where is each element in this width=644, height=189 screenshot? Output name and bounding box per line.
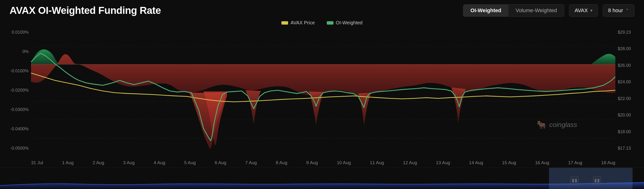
x-label-13: 13 Aug — [436, 160, 450, 166]
main-chart-area: 0.0100% 0% -0.0100% -0.0200% -0.0300% -0… — [0, 28, 644, 158]
y-label-2: -0.0100% — [2, 68, 29, 74]
y-label-5: -0.0400% — [2, 126, 29, 132]
x-label-6: 6 Aug — [214, 160, 226, 166]
timeframe-dropdown-arrow: ⌃ — [626, 8, 629, 13]
x-label-12: 12 Aug — [403, 160, 417, 166]
chart-container: AVAX OI-Weighted Funding Rate OI-Weighte… — [0, 0, 644, 189]
x-label-16: 16 Aug — [535, 160, 549, 166]
pause-button-left[interactable] — [570, 176, 578, 185]
scroll-indicator — [570, 176, 601, 185]
y-label-3: -0.0200% — [2, 88, 29, 93]
legend-color-price — [282, 21, 288, 24]
tab-volume-weighted[interactable]: Volume-Weighted — [508, 4, 564, 16]
chart-title: AVAX OI-Weighted Funding Rate — [10, 5, 161, 16]
price-label-4: $22.00 — [618, 96, 642, 101]
legend-label-price: AVAX Price — [290, 20, 315, 26]
legend-color-oi — [327, 21, 334, 24]
x-label-9: 9 Aug — [306, 160, 318, 166]
x-label-17: 17 Aug — [568, 160, 582, 166]
pause-bar-2 — [575, 179, 577, 182]
y-label-0: 0.0100% — [2, 30, 29, 35]
x-label-0: 31 Jul — [31, 160, 43, 166]
header-controls: OI-Weighted Volume-Weighted AVAX ▾ 8 hou… — [463, 4, 634, 17]
x-label-11: 11 Aug — [370, 160, 384, 166]
y-label-1: 0% — [2, 49, 29, 54]
x-label-2: 2 Aug — [92, 160, 104, 166]
coinglass-icon: 🐂 — [537, 120, 546, 129]
pause-button-right[interactable] — [593, 176, 601, 185]
y-label-4: -0.0300% — [2, 107, 29, 112]
header: AVAX OI-Weighted Funding Rate OI-Weighte… — [0, 0, 644, 19]
x-label-15: 15 Aug — [502, 160, 516, 166]
pause-bar-4 — [598, 179, 599, 182]
chart-svg-wrapper: 🐂 coinglass — [31, 28, 615, 158]
price-label-5: $20.00 — [618, 113, 642, 118]
asset-dropdown[interactable]: AVAX ▾ — [569, 4, 598, 17]
x-label-18: 18 Aug — [601, 160, 615, 166]
x-label-4: 4 Aug — [154, 160, 166, 166]
pause-bar-3 — [594, 179, 596, 182]
price-label-6: $18.00 — [618, 129, 642, 134]
x-label-10: 10 Aug — [337, 160, 351, 166]
price-label-7: $17.13 — [618, 146, 642, 151]
tab-group: OI-Weighted Volume-Weighted — [463, 4, 564, 17]
x-label-14: 14 Aug — [469, 160, 483, 166]
x-labels: 31 Jul 1 Aug 2 Aug 3 Aug 4 Aug 5 Aug 6 A… — [31, 160, 644, 166]
coinglass-logo-text: coinglass — [549, 121, 577, 128]
mini-chart-area[interactable] — [0, 168, 644, 189]
y-axis-left: 0.0100% 0% -0.0100% -0.0200% -0.0300% -0… — [0, 28, 31, 158]
y-label-6: -0.0500% — [2, 146, 29, 151]
legend-item-price: AVAX Price — [282, 20, 315, 26]
x-label-5: 5 Aug — [184, 160, 196, 166]
x-label-3: 3 Aug — [123, 160, 135, 166]
pause-bar-1 — [572, 179, 574, 182]
price-label-2: $26.00 — [618, 63, 642, 68]
coinglass-branding: 🐂 coinglass — [537, 120, 577, 129]
x-label-1: 1 Aug — [62, 160, 74, 166]
price-label-0: $29.23 — [618, 30, 642, 35]
main-chart-svg — [31, 28, 615, 158]
x-label-8: 8 Aug — [276, 160, 288, 166]
y-axis-right: $29.23 $28.00 $26.00 $24.00 $22.00 $20.0… — [615, 28, 644, 158]
mini-svg-wrapper — [0, 168, 644, 189]
price-label-3: $24.00 — [618, 80, 642, 84]
x-axis: 31 Jul 1 Aug 2 Aug 3 Aug 4 Aug 5 Aug 6 A… — [0, 158, 644, 168]
price-label-1: $28.00 — [618, 46, 642, 51]
legend-label-oi: OI-Weighted — [336, 20, 362, 26]
asset-dropdown-arrow: ▾ — [590, 8, 592, 13]
timeframe-dropdown[interactable]: 8 hour ⌃ — [603, 4, 634, 17]
mini-chart-svg — [0, 168, 644, 189]
tab-oi-weighted[interactable]: OI-Weighted — [463, 4, 508, 16]
legend: AVAX Price OI-Weighted — [0, 19, 644, 28]
legend-item-oi: OI-Weighted — [327, 20, 362, 26]
x-label-7: 7 Aug — [245, 160, 257, 166]
